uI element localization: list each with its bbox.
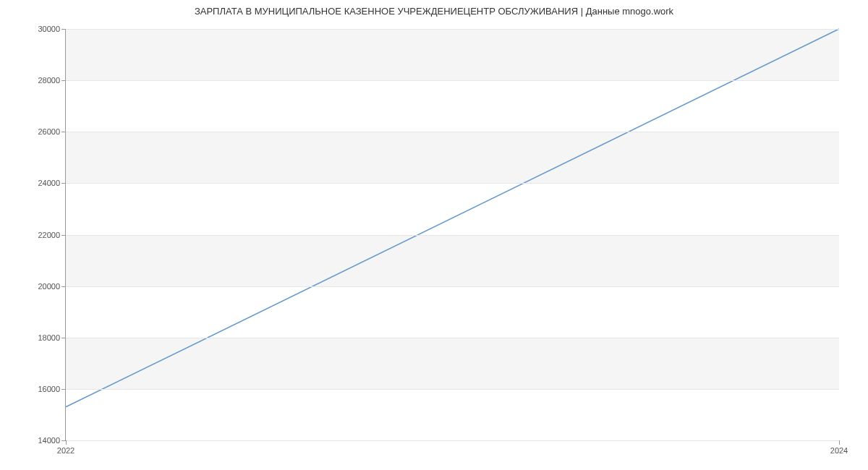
y-grid-line — [66, 440, 839, 441]
y-grid-line — [66, 183, 839, 184]
y-tick-label: 18000 — [38, 333, 66, 342]
y-grid-line — [66, 389, 839, 390]
y-tick-label: 22000 — [38, 231, 66, 239]
y-grid-line — [66, 80, 839, 81]
x-tick-label: 2022 — [57, 440, 75, 455]
chart-title: ЗАРПЛАТА В МУНИЦИПАЛЬНОЕ КАЗЕННОЕ УЧРЕЖД… — [0, 6, 868, 17]
y-tick-label: 30000 — [38, 25, 66, 33]
x-tick-label: 2024 — [830, 440, 848, 455]
y-grid-line — [66, 338, 839, 338]
y-tick-label: 16000 — [38, 385, 66, 393]
y-grid-line — [66, 132, 839, 132]
y-tick-label: 24000 — [38, 179, 66, 187]
y-grid-line — [66, 235, 839, 236]
y-grid-line — [66, 286, 839, 287]
y-grid-line — [66, 29, 839, 30]
chart-container: ЗАРПЛАТА В МУНИЦИПАЛЬНОЕ КАЗЕННОЕ УЧРЕЖД… — [0, 0, 868, 470]
series-line — [66, 29, 839, 407]
y-tick-label: 28000 — [38, 76, 66, 85]
y-tick-label: 20000 — [38, 282, 66, 291]
plot-area: 1400016000180002000022000240002600028000… — [65, 29, 839, 441]
y-tick-label: 26000 — [38, 127, 66, 136]
